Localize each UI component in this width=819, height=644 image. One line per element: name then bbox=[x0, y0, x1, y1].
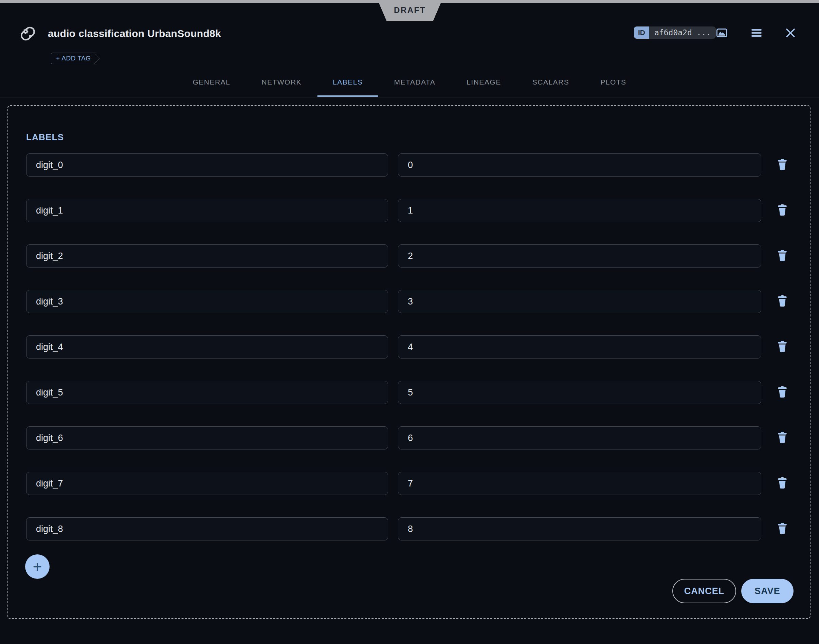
save-button[interactable]: SAVE bbox=[741, 579, 793, 603]
id-badge[interactable]: ID af6d0a2d ... bbox=[634, 26, 716, 39]
trash-icon bbox=[778, 250, 787, 262]
tab-bar: GENERALNETWORKLABELSMETADATALINEAGESCALA… bbox=[0, 75, 819, 97]
label-row bbox=[26, 426, 790, 449]
label-name-input[interactable] bbox=[26, 472, 388, 495]
label-row bbox=[26, 199, 790, 222]
page-title: audio classification UrbanSound8k bbox=[48, 27, 221, 40]
label-value-input[interactable] bbox=[398, 199, 761, 222]
tab-general[interactable]: GENERAL bbox=[177, 75, 246, 97]
status-ribbon-label: DRAFT bbox=[394, 5, 426, 15]
trash-icon bbox=[778, 159, 787, 172]
id-badge-label: ID bbox=[634, 26, 649, 39]
label-row bbox=[26, 381, 790, 404]
label-name-input[interactable] bbox=[26, 426, 388, 449]
label-row bbox=[26, 153, 790, 176]
label-value-input[interactable] bbox=[398, 153, 761, 176]
tab-metadata[interactable]: METADATA bbox=[378, 75, 451, 97]
label-name-input[interactable] bbox=[26, 381, 388, 404]
label-name-input[interactable] bbox=[26, 336, 388, 359]
trash-icon bbox=[778, 523, 787, 535]
delete-row-button[interactable] bbox=[775, 247, 790, 265]
label-rows bbox=[26, 153, 790, 563]
label-name-input[interactable] bbox=[26, 517, 388, 540]
label-row bbox=[26, 244, 790, 267]
delete-row-button[interactable] bbox=[775, 520, 790, 538]
label-name-input[interactable] bbox=[26, 153, 388, 176]
label-value-input[interactable] bbox=[398, 244, 761, 267]
delete-row-button[interactable] bbox=[775, 202, 790, 219]
status-ribbon: DRAFT bbox=[377, 0, 442, 21]
trash-icon bbox=[778, 477, 787, 490]
trash-icon bbox=[778, 432, 787, 445]
delete-row-button[interactable] bbox=[775, 475, 790, 492]
tab-labels[interactable]: LABELS bbox=[317, 75, 378, 97]
trash-icon bbox=[778, 386, 787, 399]
add-tag-button[interactable]: + ADD TAG bbox=[51, 53, 94, 64]
label-row bbox=[26, 336, 790, 359]
label-value-input[interactable] bbox=[398, 336, 761, 359]
label-value-input[interactable] bbox=[398, 381, 761, 404]
add-label-row-button[interactable]: + bbox=[25, 554, 49, 579]
plots-preview-icon[interactable] bbox=[716, 29, 727, 37]
delete-row-button[interactable] bbox=[775, 383, 790, 401]
model-icon bbox=[19, 25, 36, 43]
label-value-input[interactable] bbox=[398, 472, 761, 495]
tab-lineage[interactable]: LINEAGE bbox=[451, 75, 517, 97]
label-value-input[interactable] bbox=[398, 426, 761, 449]
tab-scalars[interactable]: SCALARS bbox=[517, 75, 585, 97]
label-name-input[interactable] bbox=[26, 244, 388, 267]
labels-section-heading: LABELS bbox=[26, 132, 64, 143]
label-name-input[interactable] bbox=[26, 290, 388, 313]
label-value-input[interactable] bbox=[398, 290, 761, 313]
delete-row-button[interactable] bbox=[775, 338, 790, 356]
label-value-input[interactable] bbox=[398, 517, 761, 540]
add-tag-label: + ADD TAG bbox=[56, 55, 91, 62]
label-row bbox=[26, 472, 790, 495]
trash-icon bbox=[778, 204, 787, 217]
id-badge-value: af6d0a2d ... bbox=[649, 26, 716, 39]
close-icon[interactable] bbox=[786, 29, 795, 37]
tab-network[interactable]: NETWORK bbox=[246, 75, 317, 97]
delete-row-button[interactable] bbox=[775, 156, 790, 174]
delete-row-button[interactable] bbox=[775, 293, 790, 310]
cancel-button[interactable]: CANCEL bbox=[672, 579, 736, 603]
delete-row-button[interactable] bbox=[775, 429, 790, 447]
label-row bbox=[26, 517, 790, 540]
label-name-input[interactable] bbox=[26, 199, 388, 222]
trash-icon bbox=[778, 341, 787, 353]
tab-plots[interactable]: PLOTS bbox=[585, 75, 642, 97]
hamburger-menu-icon[interactable] bbox=[752, 29, 762, 37]
trash-icon bbox=[778, 295, 787, 308]
label-row bbox=[26, 290, 790, 313]
